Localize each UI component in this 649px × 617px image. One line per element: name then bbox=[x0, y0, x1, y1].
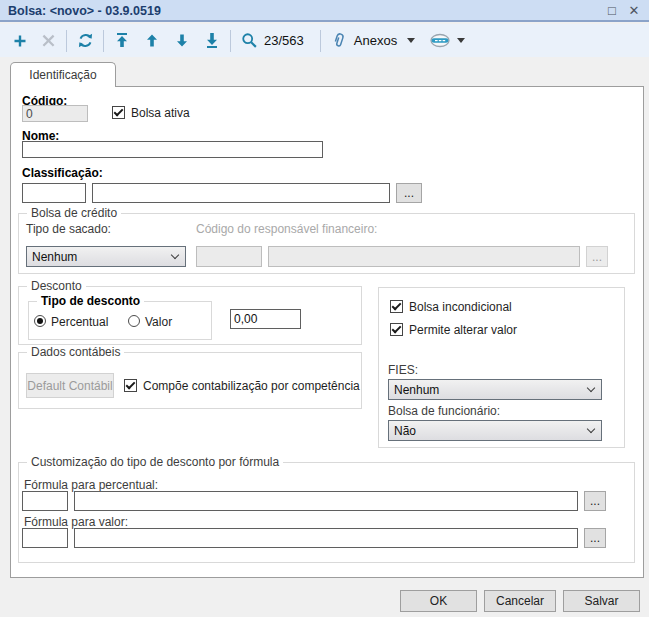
tipo-desconto-title: Tipo de desconto bbox=[37, 294, 144, 308]
chevron-down-icon bbox=[171, 251, 179, 259]
chevron-down-icon bbox=[587, 425, 595, 433]
percentual-radio[interactable] bbox=[34, 315, 46, 327]
bolsa-incondicional-label: Bolsa incondicional bbox=[409, 300, 512, 314]
codigo-input[interactable] bbox=[22, 105, 88, 122]
formula-percentual-code-input[interactable] bbox=[22, 491, 68, 511]
chevron-down-icon[interactable] bbox=[457, 38, 465, 43]
first-record-icon bbox=[114, 32, 130, 49]
refresh-icon bbox=[77, 32, 94, 49]
customizacao-title: Customização do tipo de desconto por fór… bbox=[27, 455, 283, 469]
responsavel-desc-input bbox=[268, 246, 580, 267]
close-icon[interactable]: ✕ bbox=[625, 2, 643, 20]
print-button[interactable] bbox=[429, 29, 451, 53]
classificacao-lookup-button[interactable]: ... bbox=[396, 183, 422, 203]
next-record-icon bbox=[174, 32, 190, 49]
classificacao-label: Classificação: bbox=[22, 166, 103, 180]
cancel-button[interactable]: Cancelar bbox=[484, 590, 556, 612]
paperclip-icon bbox=[332, 32, 346, 49]
attachments-button[interactable] bbox=[328, 29, 350, 53]
bolsa-ativa-label: Bolsa ativa bbox=[131, 106, 190, 120]
formula-percentual-desc-input[interactable] bbox=[74, 491, 578, 511]
toolbar: 23/563 Anexos bbox=[0, 24, 649, 57]
toolbar-separator bbox=[103, 30, 104, 52]
toolbar-separator bbox=[230, 30, 231, 52]
delete-button[interactable] bbox=[37, 29, 59, 53]
percentual-label: Percentual bbox=[51, 315, 108, 329]
fies-combobox[interactable]: Nenhum bbox=[388, 379, 602, 400]
bolsa-funcionario-value: Não bbox=[394, 424, 416, 438]
formula-valor-label: Fórmula para valor: bbox=[24, 515, 128, 529]
classificacao-code-input[interactable] bbox=[22, 183, 86, 203]
responsavel-label: Código do responsável financeiro: bbox=[196, 222, 377, 236]
tipo-sacado-value: Nenhum bbox=[32, 250, 77, 264]
tipo-sacado-label: Tipo de sacado: bbox=[26, 222, 111, 236]
first-record-button[interactable] bbox=[111, 29, 133, 53]
search-icon bbox=[241, 32, 258, 49]
maximize-icon[interactable]: □ bbox=[603, 2, 621, 20]
permite-alterar-checkbox[interactable] bbox=[390, 323, 403, 336]
attachments-label[interactable]: Anexos bbox=[354, 33, 397, 48]
save-button[interactable]: Salvar bbox=[563, 590, 640, 612]
bolsa-funcionario-combobox[interactable]: Não bbox=[388, 420, 602, 441]
nome-input[interactable] bbox=[22, 141, 323, 158]
formula-percentual-label: Fórmula para percentual: bbox=[24, 478, 158, 492]
chevron-down-icon[interactable] bbox=[407, 38, 415, 43]
refresh-button[interactable] bbox=[74, 29, 96, 53]
last-record-button[interactable] bbox=[201, 29, 223, 53]
titlebar: Bolsa: <novo> - 03.9.0519 □ ✕ bbox=[0, 0, 649, 22]
formula-valor-lookup-button[interactable]: ... bbox=[584, 528, 606, 548]
bolsa-incondicional-checkbox[interactable] bbox=[390, 300, 403, 313]
desconto-title: Desconto bbox=[27, 279, 86, 293]
dialog-window: Bolsa: <novo> - 03.9.0519 □ ✕ bbox=[0, 0, 649, 617]
toolbar-separator bbox=[320, 30, 321, 52]
record-counter: 23/563 bbox=[264, 33, 304, 48]
compoe-checkbox[interactable] bbox=[124, 379, 137, 392]
add-icon bbox=[12, 33, 28, 49]
responsavel-code-input bbox=[196, 246, 262, 267]
toolbar-separator bbox=[66, 30, 67, 52]
last-record-icon bbox=[204, 32, 220, 49]
formula-valor-desc-input[interactable] bbox=[74, 528, 578, 548]
previous-record-button[interactable] bbox=[141, 29, 163, 53]
bolsa-ativa-checkbox[interactable] bbox=[112, 106, 125, 119]
compoe-label: Compõe contabilização por competência bbox=[143, 379, 360, 393]
responsavel-lookup-button: ... bbox=[586, 246, 608, 267]
bolsa-credito-title: Bolsa de crédito bbox=[27, 206, 121, 220]
previous-record-icon bbox=[144, 32, 160, 49]
tab-identificacao[interactable]: Identificação bbox=[10, 62, 116, 87]
dados-contabeis-title: Dados contábeis bbox=[27, 345, 124, 359]
formula-valor-code-input[interactable] bbox=[22, 528, 68, 548]
printer-icon bbox=[429, 32, 451, 49]
default-contabil-button: Default Contábil bbox=[26, 373, 114, 398]
formula-percentual-lookup-button[interactable]: ... bbox=[584, 491, 606, 511]
classificacao-desc-input[interactable] bbox=[92, 183, 390, 203]
window-title: Bolsa: <novo> - 03.9.0519 bbox=[8, 4, 161, 18]
valor-label: Valor bbox=[145, 315, 172, 329]
fies-label: FIES: bbox=[388, 363, 418, 377]
add-button[interactable] bbox=[9, 29, 31, 53]
permite-alterar-label: Permite alterar valor bbox=[409, 323, 517, 337]
valor-desconto-input[interactable] bbox=[230, 309, 301, 329]
delete-icon bbox=[41, 33, 56, 48]
bolsa-funcionario-label: Bolsa de funcionário: bbox=[388, 404, 500, 418]
valor-radio[interactable] bbox=[128, 315, 140, 327]
tipo-sacado-combobox[interactable]: Nenhum bbox=[26, 246, 186, 267]
next-record-button[interactable] bbox=[171, 29, 193, 53]
chevron-down-icon bbox=[587, 384, 595, 392]
fies-value: Nenhum bbox=[394, 383, 439, 397]
ok-button[interactable]: OK bbox=[400, 590, 477, 612]
search-button[interactable] bbox=[238, 29, 260, 53]
